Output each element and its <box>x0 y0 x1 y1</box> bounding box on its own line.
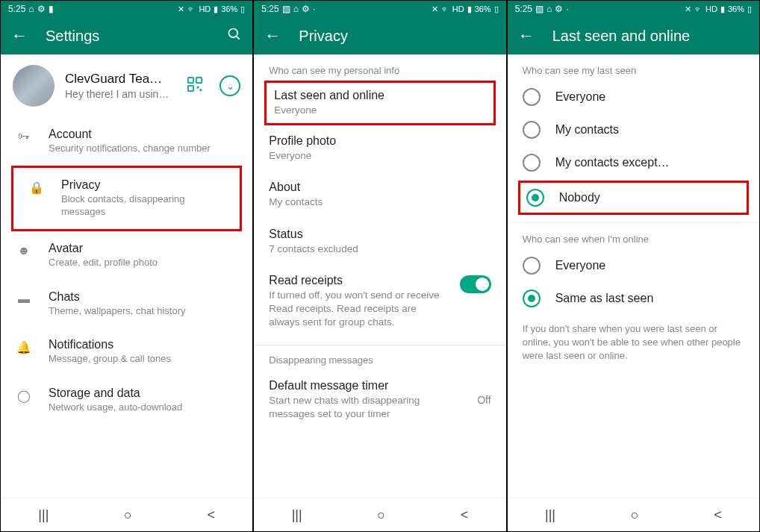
item-title: Profile photo <box>269 134 490 148</box>
data-usage-icon: ◯ <box>17 389 31 403</box>
privacy-item-read-receipts[interactable]: Read receipts If turned off, you won't s… <box>254 265 505 339</box>
signal-bars-icon: ▮ <box>467 4 472 14</box>
privacy-item-status[interactable]: Status 7 contacts excluded <box>254 219 505 265</box>
nav-home-icon[interactable]: ○ <box>631 507 639 523</box>
radio-icon <box>526 189 544 207</box>
svg-line-1 <box>237 37 240 40</box>
profile-row[interactable]: ClevGuard Tea… Hey there! I am usin… ⌄ <box>1 54 252 117</box>
screen-settings: 5:25 ⌂ ⚙ ▮ ✕ ᯤ HD ▮ 36% ▯ ← Settings Cle… <box>0 0 253 532</box>
radio-online-everyone[interactable]: Everyone <box>508 249 759 282</box>
back-arrow-icon[interactable]: ← <box>11 28 28 44</box>
radio-label: Same as last seen <box>555 292 654 305</box>
status-bar: 5:25 ▧ ⌂ ⚙ · ✕ ᯤ HD ▮ 36% ▯ <box>508 1 759 17</box>
item-sub: Security notifications, change number <box>49 143 237 155</box>
nav-recents-icon[interactable]: ||| <box>545 507 555 523</box>
item-sub: Theme, wallpapers, chat history <box>49 305 237 318</box>
settings-item-chats[interactable]: ▬ Chats Theme, wallpapers, chat history <box>1 280 252 328</box>
privacy-item-profile-photo[interactable]: Profile photo Everyone <box>254 125 505 172</box>
chat-bubble-icon: ▮ <box>49 4 54 14</box>
app-header: ← Last seen and online <box>508 17 759 54</box>
item-title: About <box>269 181 490 194</box>
settings-item-account[interactable]: 🗝 Account Security notifications, change… <box>1 117 252 166</box>
radio-icon <box>523 121 541 139</box>
item-sub: My contacts <box>269 195 490 209</box>
app-header: ← Settings <box>1 17 252 54</box>
search-icon[interactable] <box>227 27 242 45</box>
nav-back-icon[interactable]: < <box>714 507 722 523</box>
radio-icon <box>523 88 541 106</box>
key-icon: 🗝 <box>18 130 30 143</box>
dot-icon: · <box>566 4 568 14</box>
expand-chevron-icon[interactable]: ⌄ <box>219 75 240 96</box>
battery-pct: 36% <box>221 4 237 13</box>
avatar-icon: ☻ <box>18 244 31 257</box>
status-bar: 5:25 ▧ ⌂ ⚙ · ✕ ᯤ HD ▮ 36% ▯ <box>254 1 505 17</box>
header-title: Privacy <box>299 28 495 45</box>
radio-nobody[interactable]: Nobody <box>520 186 747 210</box>
status-time: 5:25 <box>515 4 532 14</box>
radio-label: Nobody <box>559 191 600 204</box>
back-arrow-icon[interactable]: ← <box>518 28 535 44</box>
nav-recents-icon[interactable]: ||| <box>292 507 302 523</box>
signal-bars-icon: ▮ <box>214 4 218 14</box>
status-bar: 5:25 ⌂ ⚙ ▮ ✕ ᯤ HD ▮ 36% ▯ <box>1 1 252 17</box>
item-title: Avatar <box>49 242 237 255</box>
divider <box>254 345 505 345</box>
screen-last-seen: 5:25 ▧ ⌂ ⚙ · ✕ ᯤ HD ▮ 36% ▯ ← Last seen … <box>507 0 760 532</box>
status-time: 5:25 <box>8 4 25 14</box>
privacy-item-about[interactable]: About My contacts <box>254 172 505 218</box>
nav-back-icon[interactable]: < <box>207 507 215 523</box>
chat-icon: ▬ <box>18 292 30 306</box>
radio-online-same[interactable]: Same as last seen <box>508 282 759 315</box>
item-title: Notifications <box>49 338 237 351</box>
avatar <box>13 65 54 107</box>
settings-item-privacy[interactable]: 🔒 Privacy Block contacts, disappearing m… <box>11 166 242 231</box>
section-personal-info: Who can see my personal info <box>254 54 505 81</box>
section-online: Who can see when I'm online <box>508 223 759 249</box>
nav-back-icon[interactable]: < <box>461 507 469 523</box>
item-sub: Start new chats with disappearing messag… <box>269 394 448 421</box>
laptop-icon: ⌂ <box>546 4 552 14</box>
radio-my-contacts-except[interactable]: My contacts except… <box>508 146 759 179</box>
radio-label: Everyone <box>555 90 606 104</box>
item-sub: Create, edit, profile photo <box>49 257 237 269</box>
image-icon: ▧ <box>535 4 543 14</box>
privacy-item-default-timer[interactable]: Default message timer Start new chats wi… <box>254 370 505 430</box>
item-title: Default message timer <box>269 379 490 392</box>
battery-icon: ▯ <box>494 4 499 14</box>
back-arrow-icon[interactable]: ← <box>264 28 281 44</box>
qr-icon[interactable] <box>187 76 203 96</box>
item-sub: Message, group & call tones <box>49 353 237 366</box>
radio-icon <box>523 154 541 172</box>
radio-icon <box>523 290 541 307</box>
item-title: Chats <box>49 290 237 304</box>
item-sub: 7 contacts excluded <box>269 242 490 256</box>
radio-my-contacts[interactable]: My contacts <box>508 113 759 146</box>
read-receipts-toggle[interactable] <box>460 275 491 293</box>
battery-icon: ▯ <box>240 4 245 14</box>
settings-item-storage[interactable]: ◯ Storage and data Network usage, auto-d… <box>1 376 252 425</box>
gear-small-icon: ⚙ <box>37 4 46 14</box>
laptop-icon: ⌂ <box>28 4 34 14</box>
privacy-item-last-seen[interactable]: Last seen and online Everyone <box>267 83 493 123</box>
nav-home-icon[interactable]: ○ <box>377 507 385 523</box>
radio-everyone[interactable]: Everyone <box>508 81 759 113</box>
header-title: Settings <box>46 28 209 45</box>
dot-icon: · <box>313 4 315 14</box>
settings-item-avatar[interactable]: ☻ Avatar Create, edit, profile photo <box>1 231 252 280</box>
settings-item-notifications[interactable]: 🔔 Notifications Message, group & call to… <box>1 328 252 376</box>
status-time: 5:25 <box>261 4 278 14</box>
nav-home-icon[interactable]: ○ <box>124 507 132 523</box>
nav-recents-icon[interactable]: ||| <box>38 507 49 523</box>
android-nav-bar: ||| ○ < <box>254 498 505 531</box>
gear-small-icon: ⚙ <box>555 4 563 14</box>
wifi-icon: ᯤ <box>441 4 449 13</box>
item-sub: Block contacts, disappearing messages <box>61 193 225 219</box>
battery-pct: 36% <box>728 4 744 13</box>
svg-rect-3 <box>196 78 202 83</box>
laptop-icon: ⌂ <box>293 4 299 14</box>
mute-icon: ✕ <box>178 4 184 14</box>
item-sub: Network usage, auto-download <box>49 401 237 414</box>
settings-list: 🗝 Account Security notifications, change… <box>1 117 252 498</box>
image-icon: ▧ <box>282 4 290 14</box>
